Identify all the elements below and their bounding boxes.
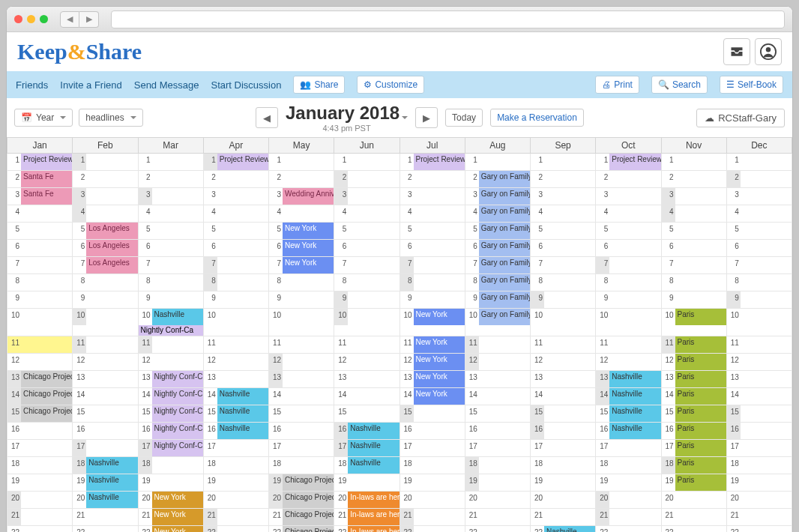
day-cell[interactable]: 9 <box>7 291 73 309</box>
event[interactable]: Nightly Conf-Ca <box>152 371 203 387</box>
day-cell[interactable]: 7 <box>596 257 661 274</box>
day-cell[interactable]: 5 <box>531 223 596 240</box>
day-cell[interactable]: 18 <box>726 457 792 474</box>
month-header[interactable]: May <box>269 138 334 154</box>
day-cell[interactable]: 21 <box>203 509 268 526</box>
day-cell[interactable]: 22 <box>661 526 726 533</box>
day-cell[interactable]: 6Los Angeles <box>73 240 138 257</box>
day-cell[interactable]: 10 <box>596 309 661 336</box>
month-header[interactable]: Feb <box>73 138 138 154</box>
day-cell[interactable]: 1 <box>269 154 334 171</box>
day-cell[interactable]: 13Nightly Conf-Ca <box>138 371 203 388</box>
day-cell[interactable]: 10 <box>73 309 138 336</box>
day-cell[interactable]: 2 <box>73 171 138 188</box>
day-cell[interactable]: 13Nashville <box>596 371 661 388</box>
day-cell[interactable]: 8 <box>531 274 596 291</box>
day-cell[interactable]: 16Nashville <box>334 423 400 440</box>
day-cell[interactable]: 12Paris <box>661 354 726 371</box>
event[interactable]: New York <box>414 309 465 325</box>
event[interactable]: Gary on Family <box>479 223 530 239</box>
day-cell[interactable]: 22 <box>400 526 465 533</box>
day-cell[interactable]: 2 <box>138 171 203 188</box>
day-cell[interactable]: 5 <box>203 223 268 240</box>
day-cell[interactable]: 22 <box>726 526 792 533</box>
event[interactable]: Chicago Project <box>283 509 334 525</box>
day-cell[interactable]: 6 <box>531 240 596 257</box>
day-cell[interactable]: 7Gary on Family <box>465 257 530 274</box>
day-cell[interactable]: 14Nashville <box>203 388 268 405</box>
event[interactable]: Santa Fe <box>21 188 72 205</box>
day-cell[interactable]: 14Paris <box>661 388 726 405</box>
event[interactable]: Nashville <box>609 388 660 405</box>
day-cell[interactable]: 4 <box>7 205 73 223</box>
event[interactable]: Chicago Project <box>283 492 334 508</box>
minimize-dot[interactable] <box>27 15 35 23</box>
selfbook-button[interactable]: ☰ Self-Book <box>720 76 783 94</box>
day-cell[interactable]: 16Nashville <box>203 423 268 440</box>
event[interactable]: Nashville <box>86 474 137 491</box>
day-cell[interactable]: 8 <box>203 274 268 291</box>
event[interactable]: Nashville <box>86 492 137 508</box>
month-header[interactable]: Mar <box>138 138 203 154</box>
event[interactable]: Nashville <box>609 371 660 387</box>
day-cell[interactable]: 16Paris <box>661 423 726 440</box>
day-cell[interactable]: 12 <box>269 354 334 371</box>
day-cell[interactable]: 11Paris <box>661 336 726 354</box>
day-cell[interactable]: 9 <box>334 291 400 309</box>
day-cell[interactable]: 17 <box>531 440 596 457</box>
event[interactable]: Nashville <box>609 423 660 439</box>
day-cell[interactable]: 7New York <box>269 257 334 274</box>
day-cell[interactable]: 19 <box>465 474 530 492</box>
event[interactable]: Nightly Conf-Ca <box>152 423 203 439</box>
day-cell[interactable]: 11 <box>269 336 334 354</box>
day-cell[interactable]: 2Santa Fe <box>7 171 73 188</box>
day-cell[interactable]: 18 <box>400 457 465 474</box>
day-cell[interactable]: 12 <box>203 354 268 371</box>
day-cell[interactable]: 8 <box>138 274 203 291</box>
day-cell[interactable]: 8 <box>661 274 726 291</box>
event[interactable]: Gary on Family <box>479 257 530 273</box>
day-cell[interactable]: 2 <box>334 171 400 188</box>
day-cell[interactable]: 19 <box>7 474 73 492</box>
reserve-button[interactable]: Make a Reservation <box>490 109 584 127</box>
event[interactable]: Wedding Anniv <box>283 188 334 205</box>
day-cell[interactable]: 21 <box>531 509 596 526</box>
day-cell[interactable]: 3Santa Fe <box>7 188 73 205</box>
day-cell[interactable]: 15 <box>73 405 138 423</box>
day-cell[interactable]: 2 <box>400 171 465 188</box>
day-cell[interactable]: 8 <box>269 274 334 291</box>
print-button[interactable]: 🖨 Print <box>595 76 639 94</box>
day-cell[interactable]: 6 <box>7 240 73 257</box>
day-cell[interactable]: 4 <box>726 205 792 223</box>
day-cell[interactable]: 18Paris <box>661 457 726 474</box>
day-cell[interactable]: 20 <box>400 492 465 509</box>
day-cell[interactable]: 19Chicago Project <box>269 474 334 492</box>
day-cell[interactable]: 12 <box>7 354 73 371</box>
day-cell[interactable]: 10NashvilleNightly Conf-Ca <box>138 309 203 336</box>
day-cell[interactable]: 7 <box>334 257 400 274</box>
event[interactable]: Chicago Project <box>283 526 334 532</box>
day-cell[interactable]: 21 <box>661 509 726 526</box>
event[interactable]: Nashville <box>348 440 399 456</box>
day-cell[interactable]: 15Nightly Conf-Ca <box>138 405 203 423</box>
day-cell[interactable]: 19Nashville <box>73 474 138 492</box>
day-cell[interactable]: 5 <box>7 223 73 240</box>
day-cell[interactable]: 1 <box>531 154 596 171</box>
event[interactable]: Gary on Family <box>479 240 530 256</box>
event[interactable]: Paris <box>675 474 726 491</box>
day-cell[interactable]: 22Nashville <box>531 526 596 533</box>
day-cell[interactable]: 2 <box>661 171 726 188</box>
day-cell[interactable]: 11 <box>73 336 138 354</box>
day-cell[interactable]: 7 <box>531 257 596 274</box>
day-cell[interactable]: 10 <box>7 309 73 336</box>
day-cell[interactable]: 13 <box>269 371 334 388</box>
day-cell[interactable]: 8 <box>400 274 465 291</box>
month-header[interactable]: Aug <box>465 138 530 154</box>
search-button[interactable]: 🔍 Search <box>651 76 708 94</box>
day-cell[interactable]: 10 <box>531 309 596 336</box>
day-cell[interactable]: 16 <box>269 423 334 440</box>
day-cell[interactable]: 8Gary on Family <box>465 274 530 291</box>
day-cell[interactable]: 15 <box>269 405 334 423</box>
day-cell[interactable]: 17 <box>203 440 268 457</box>
event[interactable]: Nashville <box>217 388 268 405</box>
